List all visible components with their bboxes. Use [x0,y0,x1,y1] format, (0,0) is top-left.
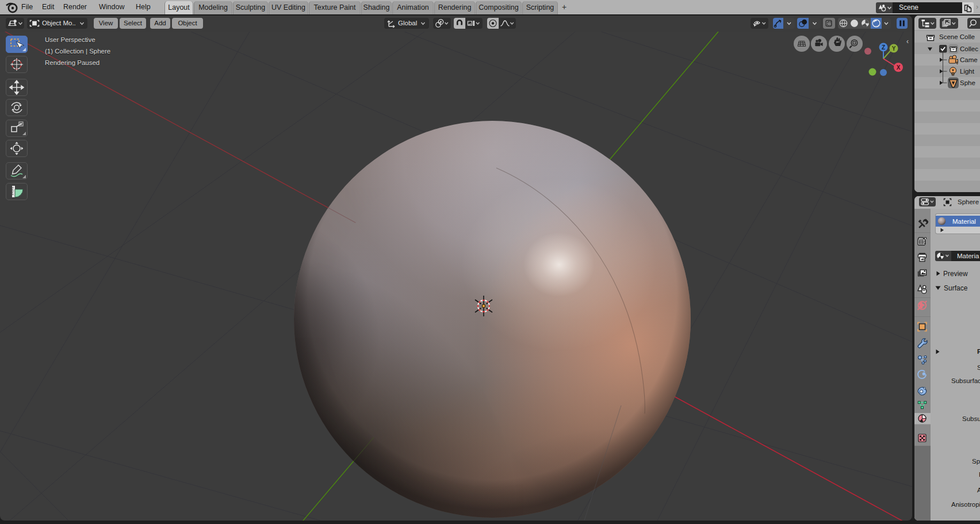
svg-text:Y: Y [892,45,896,52]
svg-text:Light: Light [960,68,975,75]
svg-text:Collec: Collec [960,45,978,52]
svg-text:Sphe: Sphe [960,79,975,86]
svg-text:Scene Colle: Scene Colle [939,33,975,40]
svg-text:Came: Came [960,56,978,63]
svg-text:X: X [897,64,901,71]
svg-text:Z: Z [882,44,885,51]
